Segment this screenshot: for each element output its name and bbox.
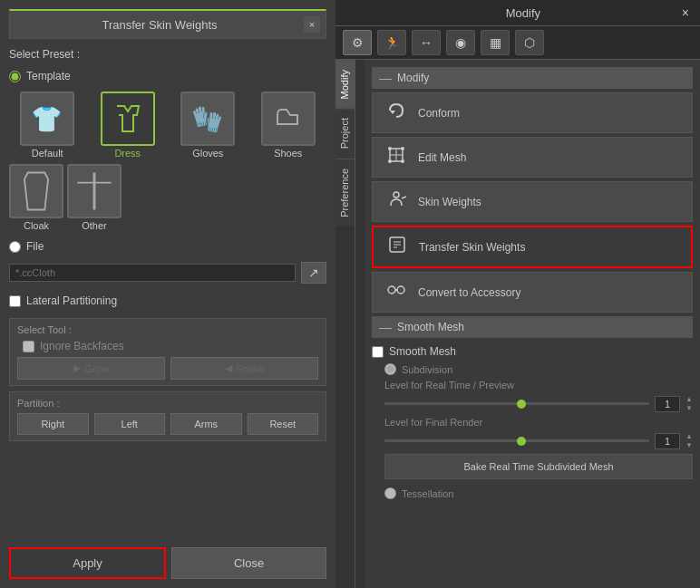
panel-resize-handle[interactable]: · · · · · — [355, 60, 365, 588]
right-header: Modify × — [335, 0, 700, 26]
right-close-button[interactable]: × — [682, 5, 689, 20]
preset-shoes[interactable]: Shoes — [250, 92, 327, 159]
lateral-partitioning-checkbox[interactable] — [9, 295, 21, 307]
bake-button[interactable]: Bake Real Time Subdivided Mesh — [384, 454, 693, 479]
subdivision-radio-row: Subdivision — [384, 363, 693, 375]
tab-arrows-icon[interactable]: ↔ — [412, 30, 441, 55]
transfer-skin-weights-label: Transfer Skin Weights — [419, 241, 525, 254]
side-tab-preference[interactable]: Preference — [335, 159, 355, 227]
preset-cloak-label: Cloak — [24, 220, 49, 231]
side-tab-project[interactable]: Project — [335, 108, 355, 158]
smooth-mesh-section-header: — Smooth Mesh — [372, 316, 693, 338]
svg-point-15 — [388, 286, 395, 294]
preset-gloves-icon: 🧤 — [180, 92, 235, 146]
preset-gloves[interactable]: 🧤 Gloves — [170, 92, 247, 159]
preset-default[interactable]: 👕 Default — [9, 92, 86, 159]
partition-reset-label: Reset — [269, 419, 296, 429]
modify-section-header: — Modify — [372, 67, 693, 89]
select-tool-group: Select Tool : Ignore Backfaces ▶ Grow ◀ … — [9, 318, 326, 386]
shrink-label: Shrink — [236, 363, 264, 374]
convert-to-accessory-label: Convert to Accessory — [418, 286, 520, 299]
subdivision-radio[interactable] — [384, 363, 396, 375]
level-final-label: Level for Final Render — [384, 417, 693, 428]
level-final-track[interactable] — [384, 439, 649, 442]
panel-close-button[interactable]: × — [304, 16, 320, 33]
template-radio[interactable] — [9, 71, 21, 82]
file-input[interactable] — [9, 264, 296, 282]
transfer-skin-weights-button[interactable]: Transfer Skin Weights — [372, 226, 693, 268]
ignore-backfaces-label: Ignore Backfaces — [40, 340, 124, 352]
tab-person-icon[interactable]: 🏃 — [377, 30, 406, 55]
preset-cloak[interactable]: Cloak — [9, 164, 63, 231]
lateral-partitioning-label: Lateral Partitioning — [26, 294, 117, 307]
grow-icon: ▶ — [73, 362, 81, 374]
preset-shoes-label: Shoes — [274, 148, 302, 159]
file-browse-button[interactable]: ↗ — [301, 262, 326, 284]
preset-dress-icon — [101, 92, 155, 146]
tessellation-radio-row: Tessellation — [384, 484, 693, 499]
svg-text:🧤: 🧤 — [191, 104, 223, 134]
level-realtime-thumb[interactable] — [517, 400, 526, 409]
smooth-sub-section: Subdivision Level for Real Time / Previe… — [372, 363, 693, 499]
preset-cloak-icon — [9, 164, 63, 218]
presets-grid-bottom: Cloak Other — [9, 164, 326, 231]
partition-arms-button[interactable]: Arms — [170, 413, 242, 435]
smooth-mesh-checkbox-row: Smooth Mesh — [372, 345, 693, 358]
smooth-mesh-checkbox[interactable] — [372, 346, 384, 358]
partition-left-button[interactable]: Left — [94, 413, 166, 435]
svg-marker-4 — [390, 111, 395, 114]
skin-weights-icon — [384, 189, 409, 214]
grow-button[interactable]: ▶ Grow — [17, 357, 165, 380]
modify-collapse-icon[interactable]: — — [379, 71, 392, 85]
tab-settings-icon[interactable]: ⚙ — [343, 30, 372, 55]
convert-to-accessory-button[interactable]: Convert to Accessory — [372, 272, 693, 313]
svg-line-13 — [402, 197, 406, 198]
conform-icon — [384, 101, 409, 125]
level-final-slider-row: ▲ ▼ — [384, 432, 693, 449]
level-final-thumb[interactable] — [517, 437, 526, 446]
convert-to-accessory-icon — [384, 280, 409, 304]
preset-dress[interactable]: Dress — [90, 92, 167, 159]
side-tab-modify[interactable]: Modify — [335, 60, 355, 108]
level-final-value[interactable] — [655, 433, 680, 449]
level-final-up-arrow[interactable]: ▲ — [685, 432, 693, 441]
right-body: Modify Project Preference · · · · · — Mo… — [335, 60, 700, 588]
tessellation-label: Tessellation — [402, 488, 453, 499]
file-radio[interactable] — [9, 241, 21, 253]
preset-default-icon: 👕 — [20, 92, 74, 146]
level-realtime-label: Level for Real Time / Preview — [384, 380, 693, 390]
svg-point-12 — [394, 192, 399, 198]
apply-button[interactable]: Apply — [9, 547, 166, 579]
panel-title-text: Transfer Skin Weights — [15, 18, 304, 32]
partition-reset-button[interactable]: Reset — [248, 413, 319, 435]
shrink-button[interactable]: ◀ Shrink — [170, 357, 318, 380]
level-realtime-track[interactable] — [384, 402, 649, 405]
side-tabs: Modify Project Preference — [335, 60, 355, 588]
skin-weights-button[interactable]: Skin Weights — [372, 181, 693, 222]
preset-other[interactable]: Other — [67, 164, 122, 231]
close-button[interactable]: Close — [171, 547, 326, 579]
file-input-row: ↗ — [9, 262, 326, 284]
edit-mesh-button[interactable]: Edit Mesh — [372, 137, 693, 178]
partition-left-label: Left — [122, 419, 138, 429]
template-label: Template — [26, 70, 71, 82]
partition-label: Partition : — [17, 398, 318, 409]
level-realtime-value[interactable] — [655, 396, 680, 412]
ignore-backfaces-checkbox[interactable] — [23, 341, 34, 352]
tab-ring-icon[interactable]: ⬡ — [515, 30, 544, 55]
tab-checker-icon[interactable]: ▦ — [481, 30, 510, 55]
partition-right-button[interactable]: Right — [17, 413, 89, 435]
preset-gloves-label: Gloves — [192, 148, 223, 159]
level-final-down-arrow[interactable]: ▼ — [685, 441, 693, 450]
level-realtime-arrows: ▲ ▼ — [685, 395, 693, 412]
level-realtime-up-arrow[interactable]: ▲ — [685, 395, 693, 404]
tessellation-radio[interactable] — [384, 487, 396, 499]
partition-buttons-row: Right Left Arms Reset — [17, 413, 318, 435]
tab-sphere-icon[interactable]: ◉ — [446, 30, 475, 55]
conform-button[interactable]: Conform — [372, 92, 693, 133]
bottom-buttons: Apply Close — [9, 542, 326, 579]
file-radio-row: File — [9, 240, 326, 253]
level-realtime-down-arrow[interactable]: ▼ — [685, 404, 693, 413]
svg-point-11 — [401, 159, 404, 163]
smooth-mesh-collapse-icon[interactable]: — — [379, 320, 392, 334]
